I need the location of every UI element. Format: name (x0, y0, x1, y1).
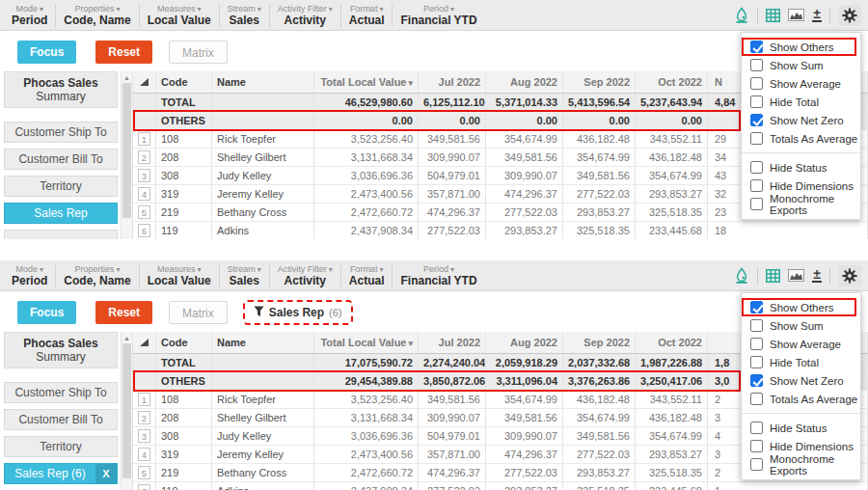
value-cell[interactable]: 474,296.37 (486, 446, 563, 463)
value-cell[interactable]: 3,850,872.06 (419, 372, 486, 390)
name-cell[interactable]: Bethany Cross (212, 204, 314, 221)
value-cell[interactable]: 436,182.48 (563, 391, 636, 408)
reset-button[interactable]: Reset (95, 41, 152, 64)
name-cell[interactable]: Shelley Gilbert (212, 409, 314, 426)
value-cell[interactable]: 2,473,400.56 (314, 185, 419, 203)
value-cell-partial[interactable]: 18 (708, 222, 868, 239)
grid-corner-cell[interactable] (133, 71, 156, 93)
plus-minus-icon[interactable]: ± (812, 265, 822, 286)
toolbar-selector-stream[interactable]: Stream▾Sales (220, 264, 269, 287)
scroll-thumb[interactable] (122, 83, 131, 218)
sidebar-item-partial[interactable] (4, 230, 118, 239)
toolbar-selector-format[interactable]: Format▾Actual (341, 4, 393, 27)
column-header-oct-2022[interactable]: Oct 2022 (636, 332, 708, 353)
code-cell[interactable]: 319 (156, 185, 212, 203)
value-cell[interactable]: 354,674.99 (636, 167, 708, 184)
value-cell[interactable]: 293,853.27 (563, 204, 636, 221)
code-cell[interactable]: 119 (156, 482, 212, 490)
grid-icon[interactable] (766, 5, 780, 26)
menu-item-show-average[interactable]: Show Average (742, 74, 860, 93)
name-cell[interactable]: Rick Toepfer (212, 391, 314, 408)
row-label-cell[interactable]: OTHERS (156, 112, 212, 129)
name-cell[interactable]: Judy Kelley (212, 167, 314, 184)
value-cell[interactable]: 3,311,096.04 (486, 372, 563, 390)
value-cell[interactable]: 293,853.27 (636, 446, 708, 463)
value-cell[interactable]: 3,523,256.40 (314, 391, 419, 408)
value-cell[interactable]: 349,581.56 (486, 149, 563, 166)
value-cell[interactable]: 357,871.00 (419, 446, 486, 463)
value-cell[interactable]: 277,522.03 (563, 446, 636, 463)
value-cell[interactable]: 2,473,400.56 (314, 446, 419, 463)
menu-item-hide-status[interactable]: Hide Status (742, 158, 860, 177)
row-number-cell[interactable]: 5 (133, 204, 156, 221)
menu-item-monochrome-exports[interactable]: Monochrome Exports (742, 195, 860, 213)
focus-button[interactable]: Focus (17, 301, 76, 324)
toolbar-selector-mode[interactable]: Mode▾Period (4, 4, 55, 27)
value-cell[interactable]: 0.00 (486, 112, 563, 129)
menu-item-show-average[interactable]: Show Average (742, 335, 860, 353)
matrix-button[interactable]: Matrix (169, 41, 228, 64)
value-cell[interactable]: 436,182.48 (636, 409, 708, 426)
value-cell[interactable]: 2,274,240.04 (419, 354, 486, 371)
menu-item-hide-status[interactable]: Hide Status (742, 419, 860, 437)
value-cell[interactable]: 2,059,918.29 (486, 354, 563, 371)
sidebar-item-sales-rep[interactable]: Sales Rep (6) X (4, 463, 118, 484)
value-cell[interactable]: 354,674.99 (636, 427, 708, 445)
toolbar-selector-measures[interactable]: Measures▾Local Value (140, 264, 219, 287)
name-cell[interactable]: Bethany Cross (212, 464, 314, 481)
row-select-cell[interactable] (133, 112, 156, 129)
grid-corner-cell[interactable] (133, 332, 156, 353)
value-cell[interactable]: 309,990.07 (486, 427, 563, 445)
value-cell[interactable]: 5,237,643.94 (636, 94, 708, 111)
menu-item-totals-as-average[interactable]: Totals As Average (742, 129, 860, 148)
row-number-cell[interactable]: 1 (133, 391, 156, 408)
value-cell[interactable]: 436,182.48 (563, 130, 636, 148)
value-cell[interactable]: 3,036,696.36 (314, 427, 419, 445)
column-header-code[interactable]: Code (156, 332, 212, 353)
value-cell[interactable]: 3,523,256.40 (314, 130, 419, 148)
row-number-cell[interactable]: 3 (133, 427, 156, 445)
sidebar-item-customer-bill-to[interactable]: Customer Bill To (4, 149, 118, 170)
toolbar-selector-activity-filter[interactable]: Activity Filter▾Activity (270, 264, 340, 287)
name-cell[interactable]: Shelley Gilbert (212, 149, 314, 166)
vertical-scrollbar[interactable]: ▲ (121, 332, 133, 490)
menu-item-show-others[interactable]: Show Others (742, 298, 856, 316)
value-cell[interactable]: 3,131,668.34 (314, 149, 419, 166)
column-header-aug-2022[interactable]: Aug 2022 (486, 332, 563, 353)
value-cell[interactable]: 0.00 (419, 112, 486, 129)
sidebar-item-territory[interactable]: Territory (4, 436, 118, 457)
value-cell-partial[interactable]: 1 (708, 482, 868, 490)
value-cell[interactable]: 17,075,590.72 (314, 354, 419, 371)
value-cell[interactable]: 474,296.37 (419, 204, 486, 221)
scroll-up-icon[interactable]: ▲ (123, 71, 130, 83)
grid-icon[interactable] (766, 265, 780, 286)
value-cell[interactable]: 1,987,226.88 (636, 354, 708, 371)
column-header-code[interactable]: Code (156, 71, 212, 93)
vertical-scrollbar[interactable]: ▲ (121, 71, 133, 239)
code-cell[interactable]: 308 (156, 427, 212, 445)
toolbar-selector-properties[interactable]: Properties▾Code, Name (56, 264, 138, 287)
column-header-total-local-value[interactable]: Total Local Value▾ (314, 71, 419, 93)
sidebar-item-customer-ship-to[interactable]: Customer Ship To (4, 382, 118, 403)
row-number-cell[interactable]: 6 (133, 222, 156, 239)
value-cell[interactable]: 343,552.11 (636, 391, 708, 408)
value-cell[interactable]: 504,979.01 (419, 167, 486, 184)
value-cell[interactable]: 474,296.37 (486, 185, 563, 203)
value-cell[interactable]: 309,990.07 (419, 409, 486, 426)
row-number-cell[interactable]: 2 (133, 149, 156, 166)
value-cell[interactable]: 354,674.99 (486, 130, 563, 148)
reset-button[interactable]: Reset (95, 301, 152, 324)
code-cell[interactable]: 208 (156, 149, 212, 166)
row-label-cell[interactable]: TOTAL (156, 94, 212, 111)
row-select-cell[interactable] (133, 372, 156, 390)
value-cell[interactable]: 233,445.68 (636, 222, 708, 239)
menu-item-show-sum[interactable]: Show Sum (742, 56, 860, 74)
value-cell[interactable]: 349,581.56 (419, 130, 486, 148)
database-summary[interactable]: Phocas Sales Summary (4, 71, 118, 108)
name-cell[interactable]: Rick Toepfer (212, 130, 314, 148)
sidebar-item-customer-ship-to[interactable]: Customer Ship To (4, 122, 118, 143)
column-header-sep-2022[interactable]: Sep 2022 (563, 71, 636, 93)
value-cell[interactable]: 349,581.56 (563, 427, 636, 445)
value-cell[interactable]: 309,990.07 (486, 167, 563, 184)
row-number-cell[interactable]: 3 (133, 167, 156, 184)
